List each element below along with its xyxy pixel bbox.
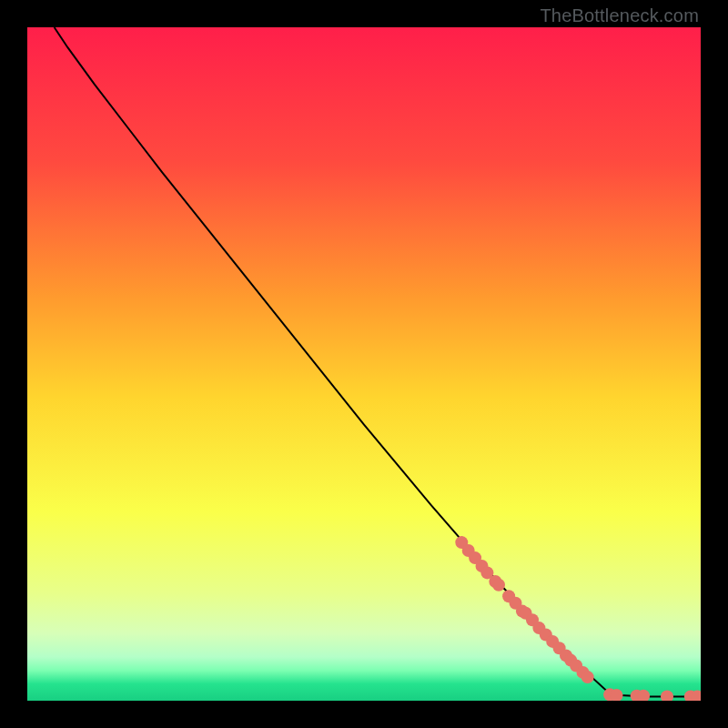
chart-marker xyxy=(581,671,594,683)
chart-frame: TheBottleneck.com xyxy=(0,0,728,728)
chart-marker xyxy=(492,579,505,592)
watermark-text: TheBottleneck.com xyxy=(540,5,699,26)
chart-plot xyxy=(27,27,701,701)
